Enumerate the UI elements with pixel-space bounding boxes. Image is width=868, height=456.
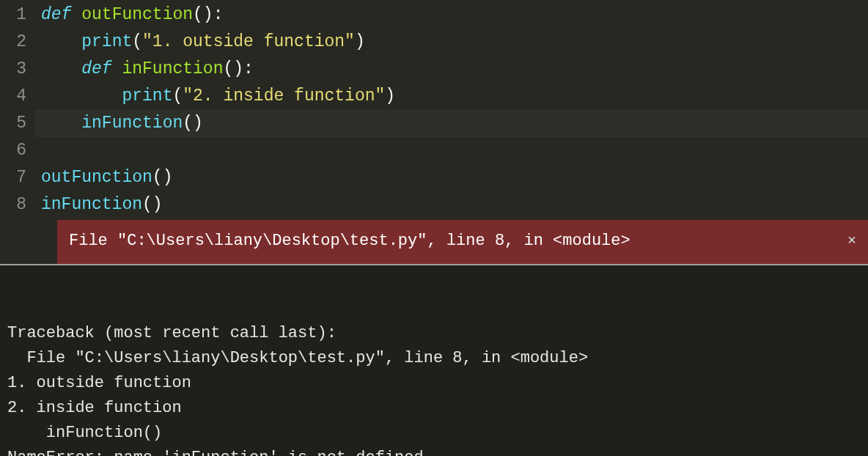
console-line: 1. outside function	[7, 371, 859, 396]
line-number: 8	[6, 191, 26, 218]
console-line: NameError: name 'inFunction' is not defi…	[7, 446, 859, 456]
line-number-gutter: 12345678	[0, 0, 35, 220]
code-line[interactable]: inFunction()	[41, 191, 868, 218]
console-line: File "C:\Users\liany\Desktop\test.py", l…	[7, 346, 859, 371]
line-number: 1	[6, 1, 26, 29]
line-number: 5	[6, 110, 26, 137]
code-line[interactable]: print("2. inside function")	[41, 83, 868, 110]
inline-error-banner: File "C:\Users\liany\Desktop\test.py", l…	[57, 220, 868, 264]
line-number: 4	[6, 83, 26, 110]
line-number: 6	[6, 137, 26, 164]
code-area[interactable]: def outFunction(): print("1. outside fun…	[35, 0, 868, 220]
code-editor[interactable]: 12345678 def outFunction(): print("1. ou…	[0, 0, 868, 220]
code-line[interactable]: outFunction()	[41, 164, 868, 191]
console-output[interactable]: Traceback (most recent call last): File …	[0, 265, 868, 456]
code-line[interactable]: inFunction()	[41, 110, 868, 137]
code-line[interactable]	[41, 137, 868, 164]
console-line: Traceback (most recent call last):	[7, 321, 859, 346]
console-line: 2. inside function	[7, 396, 859, 421]
code-line[interactable]: def inFunction():	[41, 56, 868, 83]
line-number: 7	[6, 164, 26, 191]
code-line[interactable]: print("1. outside function")	[41, 29, 868, 56]
close-icon[interactable]: ×	[833, 229, 856, 253]
code-line[interactable]: def outFunction():	[41, 1, 868, 29]
line-number: 3	[6, 56, 26, 83]
console-line: inFunction()	[7, 421, 859, 446]
line-number: 2	[6, 29, 26, 56]
error-text: File "C:\Users\liany\Desktop\test.py", l…	[69, 229, 630, 253]
